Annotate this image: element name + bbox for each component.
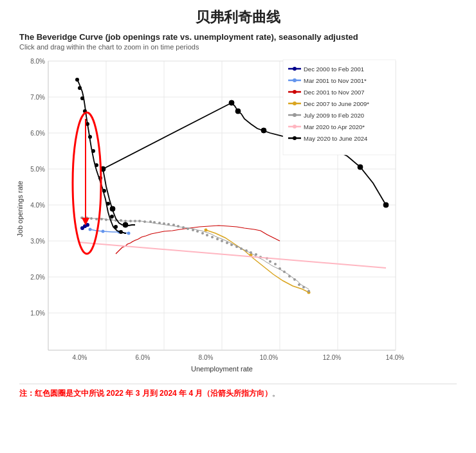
svg-point-51 [201,232,204,235]
svg-point-78 [177,225,179,227]
svg-point-90 [358,164,363,170]
svg-point-52 [192,229,194,231]
svg-point-83 [129,220,132,222]
svg-point-65 [302,286,305,289]
svg-point-86 [100,218,103,220]
page-title: 贝弗利奇曲线 [0,0,476,32]
svg-text:July 2009 to Feb 2020: July 2009 to Feb 2020 [304,112,364,119]
svg-point-42 [288,275,291,278]
svg-text:Dec 2001 to Nov 2007: Dec 2001 to Nov 2007 [304,89,365,96]
svg-point-112 [119,230,123,234]
svg-text:Unemployment rate: Unemployment rate [191,365,253,373]
svg-point-108 [102,189,106,193]
chart-subtitle: Click and drag within the chart to zoom … [19,43,476,51]
svg-point-133 [293,136,297,140]
svg-text:14.0%: 14.0% [386,354,404,361]
svg-point-62 [95,218,98,220]
svg-point-49 [221,240,223,242]
svg-point-57 [143,220,146,223]
svg-point-44 [269,260,271,263]
svg-text:8.0%: 8.0% [199,354,214,361]
svg-text:4.0%: 4.0% [73,354,87,361]
chart-svg: 8.0% 7.0% 6.0% 5.0% 4.0% 3.0% 2.0% 1.0% … [13,55,463,376]
svg-point-81 [149,220,152,223]
svg-point-89 [383,202,389,208]
svg-point-36 [127,232,131,235]
svg-point-66 [293,278,296,281]
svg-text:Dec 2000 to Feb 2001: Dec 2000 to Feb 2001 [304,66,364,73]
svg-text:1.0%: 1.0% [30,310,45,317]
svg-point-106 [95,163,98,167]
svg-point-93 [261,128,266,133]
svg-point-55 [163,222,165,225]
svg-point-40 [307,290,310,292]
svg-point-53 [182,226,185,229]
svg-text:10.0%: 10.0% [260,354,278,361]
svg-point-58 [134,220,136,222]
svg-point-127 [293,113,297,117]
svg-point-115 [293,67,297,71]
svg-text:2.0%: 2.0% [30,274,45,281]
svg-point-87 [90,217,93,220]
svg-point-47 [240,247,243,250]
svg-text:8.0%: 8.0% [30,58,45,65]
svg-point-75 [206,234,208,236]
svg-point-68 [274,263,277,265]
svg-point-43 [279,267,281,270]
svg-point-37 [205,229,208,232]
svg-point-34 [102,230,105,233]
svg-point-82 [138,220,141,222]
dot-dec2000c [86,223,89,227]
svg-point-76 [196,230,199,233]
svg-point-50 [211,236,214,238]
svg-point-46 [250,251,252,254]
svg-point-94 [235,109,241,114]
svg-point-109 [106,202,110,206]
svg-text:Dec 2007 to June 2009*: Dec 2007 to June 2009* [304,100,369,107]
svg-point-104 [88,135,92,139]
svg-point-56 [153,221,156,224]
svg-text:3.0%: 3.0% [30,238,45,245]
svg-text:5.0%: 5.0% [30,166,45,173]
svg-point-88 [80,217,83,219]
svg-point-110 [110,215,114,218]
footnote-suffix: 。 [272,389,280,398]
svg-point-98 [123,222,128,227]
svg-text:Mar 2020 to Apr 2020*: Mar 2020 to Apr 2020* [304,123,365,130]
chart-title: The Beveridge Curve (job openings rate v… [19,32,476,42]
svg-point-71 [245,249,248,252]
svg-point-33 [89,228,92,231]
svg-point-77 [187,227,189,230]
svg-point-105 [91,149,95,153]
svg-point-41 [298,283,300,286]
svg-point-84 [120,219,122,222]
svg-text:7.0%: 7.0% [30,94,45,101]
svg-text:6.0%: 6.0% [30,130,45,137]
svg-point-61 [105,218,107,221]
svg-point-101 [80,96,84,100]
svg-point-48 [230,244,233,246]
svg-point-95 [229,100,234,105]
svg-point-130 [293,125,297,129]
svg-point-124 [293,102,297,105]
svg-point-111 [114,225,118,229]
chart-area: 8.0% 7.0% 6.0% 5.0% 4.0% 3.0% 2.0% 1.0% … [13,55,463,378]
svg-point-99 [75,78,79,82]
footnote: 注：红色圆圈是文中所说 2022 年 3 月到 2024 年 4 月（沿箭头所指… [19,384,457,399]
svg-point-74 [216,238,219,240]
svg-text:Job openings rate: Job openings rate [16,181,24,236]
svg-text:12.0%: 12.0% [323,354,341,361]
svg-point-73 [226,242,228,244]
svg-point-70 [255,253,257,256]
footnote-label: 注： [19,389,35,398]
svg-point-54 [172,224,175,226]
svg-point-79 [167,223,170,226]
svg-point-97 [110,206,115,211]
svg-text:6.0%: 6.0% [136,354,151,361]
svg-point-67 [283,271,286,273]
svg-text:May 2020 to June 2024: May 2020 to June 2024 [304,135,367,142]
svg-point-59 [124,220,127,222]
svg-point-121 [293,90,297,94]
svg-point-100 [78,86,82,90]
svg-point-118 [293,78,297,82]
